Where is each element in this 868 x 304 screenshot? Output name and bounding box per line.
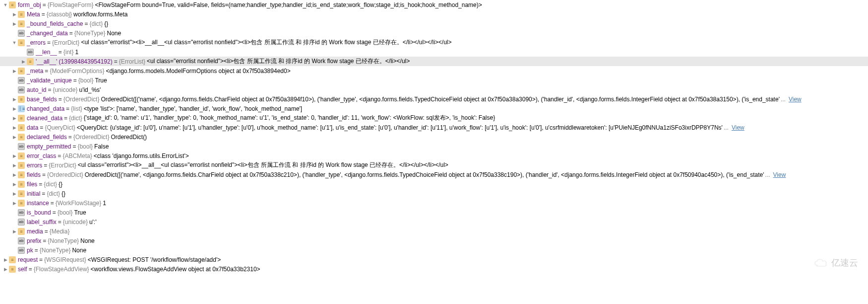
tree-row[interactable]: ▼≡_errors = {ErrorDict} <ul class="error… <box>0 38 868 47</box>
var-name: declared_fields <box>27 134 67 141</box>
var-type: {ErrorDict} <box>52 39 79 46</box>
view-link[interactable]: View <box>732 124 744 131</box>
list-type-icon: ⋮≡ <box>18 105 25 112</box>
tree-row[interactable]: ▶≡self = {FlowStageAddView} <workflow.vi… <box>0 264 868 274</box>
var-value: <workflow.views.FlowStageAddView object … <box>91 266 260 273</box>
tree-row[interactable]: ▶abprefix = {NoneType} None <box>0 236 868 245</box>
var-value: None <box>107 30 121 37</box>
equals-sign: = <box>114 58 118 65</box>
tree-row[interactable]: ▶≡_bound_fields_cache = {dict} {} <box>0 19 868 28</box>
chevron-right-icon[interactable]: ▶ <box>11 116 18 121</box>
chevron-right-icon[interactable]: ▶ <box>11 191 18 196</box>
equals-sign: = <box>72 143 76 150</box>
chevron-right-icon[interactable]: ▶ <box>11 125 18 130</box>
var-name: prefix <box>27 237 41 244</box>
chevron-down-icon[interactable]: ▼ <box>2 2 9 7</box>
chevron-right-icon[interactable]: ▶ <box>2 267 9 272</box>
var-name: cleaned_data <box>27 115 62 122</box>
view-link[interactable]: View <box>789 96 802 103</box>
equals-sign: = <box>58 152 61 159</box>
tree-row[interactable]: ▶⋮≡changed_data = {list} <type 'list'>: … <box>0 104 868 113</box>
var-name: self <box>18 266 27 273</box>
chevron-right-icon[interactable]: ▶ <box>11 182 18 187</box>
tree-row[interactable]: ▶≡declared_fields = {OrderedDict} Ordere… <box>0 132 868 142</box>
tree-row[interactable]: ▶ab_validate_unique = {bool} True <box>0 76 868 85</box>
chevron-right-icon[interactable]: ▶ <box>11 172 18 177</box>
chevron-right-icon[interactable]: ▶ <box>11 21 18 26</box>
obj-type-icon: ≡ <box>18 162 25 169</box>
equals-sign: = <box>58 219 62 226</box>
equals-sign: = <box>64 115 67 122</box>
tree-row[interactable]: ▶≡data = {QueryDict} <QueryDict: {u'stag… <box>0 123 868 132</box>
tree-row[interactable]: ▶abauto_id = {unicode} u'id_%s' <box>0 85 868 94</box>
obj-type-icon: ≡ <box>18 228 25 235</box>
var-value: <ul class="errorlist"><li>__all__<ul cla… <box>81 38 451 47</box>
tree-row[interactable]: ▶≡errors = {ErrorDict} <ul class="errorl… <box>0 160 868 170</box>
str-type-icon: ab <box>18 209 25 216</box>
var-value: False <box>94 143 109 150</box>
tree-row[interactable]: ▶≡files = {dict} {} <box>0 179 868 189</box>
tree-row[interactable]: ▶abempty_permitted = {bool} False <box>0 142 868 151</box>
chevron-right-icon[interactable]: ▶ <box>11 135 18 140</box>
obj-type-icon: ≡ <box>27 58 34 65</box>
equals-sign: = <box>35 247 38 254</box>
var-value: {} <box>59 181 62 188</box>
obj-type-icon: ≡ <box>18 68 25 75</box>
chevron-right-icon[interactable]: ▶ <box>11 153 18 158</box>
tree-row[interactable]: ▶≡error_class = {ABCMeta} <class 'django… <box>0 151 868 160</box>
var-name: errors <box>27 162 42 169</box>
var-value: u'id_%s' <box>79 86 101 93</box>
chevron-right-icon[interactable]: ▶ <box>11 106 18 111</box>
var-name: empty_permitted <box>27 143 71 150</box>
obj-type-icon: ≡ <box>18 171 25 178</box>
tree-row[interactable]: ▶≡initial = {dict} {} <box>0 189 868 198</box>
tree-row[interactable]: ▼≡form_obj = {FlowStageForm} <FlowStageF… <box>0 0 868 9</box>
view-link[interactable]: View <box>773 171 786 178</box>
tree-row[interactable]: ▶abis_bound = {bool} True <box>0 208 868 217</box>
var-type: {dict} <box>69 115 82 122</box>
var-name: pk <box>27 247 33 254</box>
var-name: error_class <box>27 152 56 159</box>
chevron-right-icon[interactable]: ▶ <box>2 257 9 262</box>
tree-row[interactable]: ▶≡cleaned_data = {dict} {'stage_id': 0, … <box>0 113 868 123</box>
chevron-down-icon[interactable]: ▼ <box>11 40 18 45</box>
var-name: _changed_data <box>27 30 68 37</box>
equals-sign: = <box>42 171 46 178</box>
tree-row[interactable]: ▶≡media = {Media} <box>0 227 868 236</box>
chevron-right-icon[interactable]: ▶ <box>11 229 18 234</box>
var-value: u':' <box>89 219 97 226</box>
tree-row[interactable]: ▶≡_meta = {ModelFormOptions} <django.for… <box>0 66 868 76</box>
var-name: base_fields <box>27 96 57 103</box>
chevron-right-icon[interactable]: ▶ <box>20 59 27 64</box>
str-type-icon: ab <box>18 86 25 93</box>
var-name: files <box>27 181 37 188</box>
equals-sign: = <box>29 266 32 273</box>
chevron-right-icon[interactable]: ▶ <box>11 69 18 74</box>
tree-row[interactable]: ▶≡instance = {WorkFlowStage} 1 <box>0 198 868 208</box>
var-type: {OrderedDict} <box>73 134 110 141</box>
tree-row[interactable]: ▶≡Meta = {classobj} workflow.forms.Meta <box>0 9 868 19</box>
chevron-right-icon[interactable]: ▶ <box>11 201 18 206</box>
equals-sign: = <box>44 162 47 169</box>
var-value: <FlowStageForm bound=True, valid=False, … <box>95 1 482 8</box>
tree-row[interactable]: ▶≡base_fields = {OrderedDict} OrderedDic… <box>0 94 868 104</box>
tree-row[interactable]: ▶≡request = {WSGIRequest} <WSGIRequest: … <box>0 255 868 264</box>
var-name: request <box>18 256 38 263</box>
chevron-right-icon[interactable]: ▶ <box>11 12 18 17</box>
tree-row[interactable]: ▶ab_changed_data = {NoneType} None <box>0 28 868 38</box>
chevron-right-icon[interactable]: ▶ <box>11 97 18 102</box>
var-type: {NoneType} <box>48 237 79 244</box>
tree-row[interactable]: ▶ablabel_suffix = {unicode} u':' <box>0 217 868 227</box>
tree-row[interactable]: ▶abpk = {NoneType} None <box>0 245 868 255</box>
equals-sign: = <box>53 209 56 216</box>
var-name: Meta <box>27 11 40 18</box>
tree-row[interactable]: ▶≡'__all__' (139984843954192) = {ErrorLi… <box>0 57 868 66</box>
chevron-right-icon[interactable]: ▶ <box>11 163 18 168</box>
tree-row[interactable]: ▶≡fields = {OrderedDict} OrderedDict([('… <box>0 170 868 179</box>
str-type-icon: ab <box>18 77 25 84</box>
var-value: {'stage_id': 0, 'name': u'1', 'handler_t… <box>84 114 495 122</box>
var-type: {NoneType} <box>40 247 71 254</box>
var-type: {classobj} <box>47 11 72 18</box>
var-value: <ul class="errorlist nonfield"><li>包含 所属… <box>147 57 410 66</box>
tree-row[interactable]: ▶ab__len__ = {int} 1 <box>0 47 868 57</box>
